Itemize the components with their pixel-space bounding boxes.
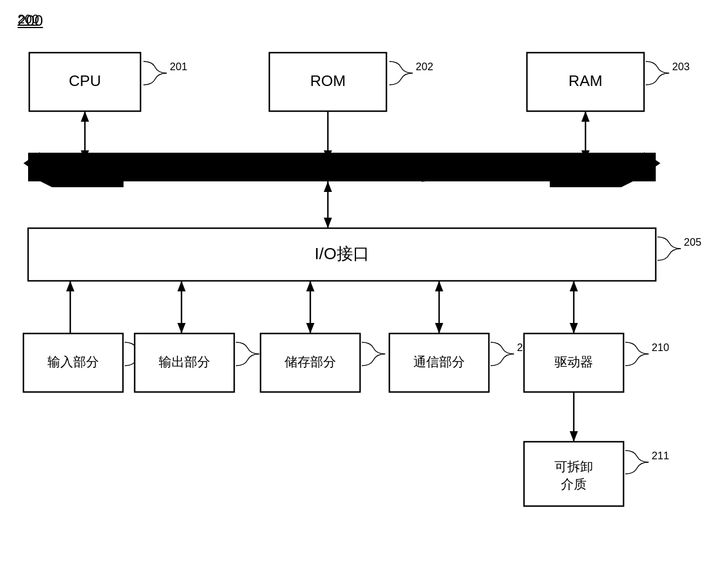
removable-label-line2: 介质 bbox=[561, 477, 587, 491]
svg-marker-22 bbox=[66, 281, 74, 291]
ref-203: 203 bbox=[672, 61, 690, 73]
io-label: I/O接口 bbox=[314, 245, 369, 263]
svg-rect-13 bbox=[28, 158, 656, 169]
svg-marker-31 bbox=[435, 323, 443, 333]
svg-marker-28 bbox=[306, 323, 314, 333]
rom-label: ROM bbox=[310, 72, 346, 90]
svg-rect-16 bbox=[28, 171, 656, 181]
comm-label: 通信部分 bbox=[413, 355, 465, 369]
storage-label: 储存部分 bbox=[285, 355, 336, 369]
svg-marker-18 bbox=[324, 181, 332, 192]
ref-202: 202 bbox=[416, 61, 433, 73]
diagram-svg: CPU ROM RAM 201 202 203 bbox=[18, 35, 708, 585]
svg-marker-4 bbox=[81, 111, 89, 122]
ref-210: 210 bbox=[652, 342, 669, 353]
diagram-title: 200 bbox=[18, 12, 708, 27]
svg-marker-34 bbox=[570, 323, 578, 333]
diagram-container: 200 CPU ROM RAM 201 202 203 bbox=[18, 12, 708, 579]
cpu-label: CPU bbox=[69, 72, 101, 90]
svg-marker-27 bbox=[306, 281, 314, 291]
ref-205: 205 bbox=[684, 236, 701, 248]
ref-201: 201 bbox=[170, 61, 187, 73]
svg-marker-41 bbox=[570, 431, 578, 442]
ref-211: 211 bbox=[652, 450, 669, 462]
ref-204: 204 bbox=[448, 157, 465, 169]
output-label: 输出部分 bbox=[159, 355, 210, 369]
svg-marker-33 bbox=[570, 281, 578, 291]
svg-marker-24 bbox=[177, 281, 186, 291]
driver-label: 驱动器 bbox=[554, 355, 593, 369]
ram-label: RAM bbox=[569, 72, 602, 90]
svg-rect-42 bbox=[524, 442, 624, 506]
svg-marker-9 bbox=[581, 111, 590, 122]
svg-marker-30 bbox=[435, 281, 443, 291]
figure-number: 200 bbox=[18, 12, 43, 30]
input-label: 输入部分 bbox=[47, 355, 99, 369]
svg-marker-19 bbox=[324, 218, 332, 228]
svg-marker-25 bbox=[177, 323, 186, 333]
removable-label-line1: 可拆卸 bbox=[554, 459, 593, 474]
